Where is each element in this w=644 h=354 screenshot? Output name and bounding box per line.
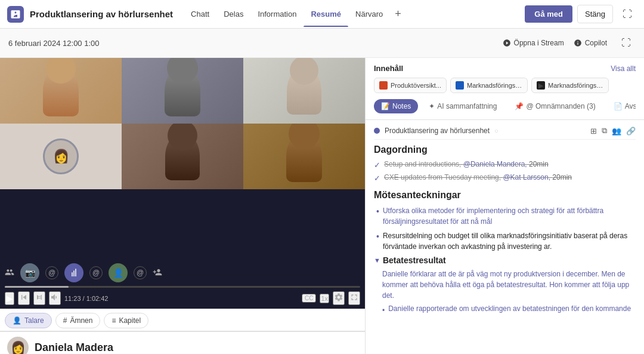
tab-narvaro[interactable]: Närvaro bbox=[348, 1, 390, 27]
right-header: Innehåll Visa allt Produktöversikt... Ma… bbox=[366, 58, 644, 120]
add-participant-icon[interactable] bbox=[153, 267, 162, 279]
main-content: 👩 📷 bbox=[0, 58, 644, 354]
speaker-tabs: 👤 Talare # Ämnen ≡ Kapitel bbox=[0, 309, 365, 331]
hash-icon: # bbox=[63, 316, 67, 325]
settings-button[interactable] bbox=[333, 291, 345, 305]
copilot-label: Copilot bbox=[585, 39, 607, 47]
bullet-dot-1: • bbox=[376, 207, 379, 216]
collapse-arrow-icon: ▼ bbox=[374, 257, 380, 264]
fullscreen-button[interactable] bbox=[348, 291, 360, 305]
at-icon-3[interactable]: @ bbox=[134, 266, 147, 279]
tab-kapitel[interactable]: ≡ Kapitel bbox=[104, 313, 148, 328]
play-button[interactable]: ▶ bbox=[5, 292, 14, 305]
open-stream-button[interactable]: Öppna i Stream bbox=[503, 39, 564, 47]
beta-section: ▼ Betatestresultat Danielle förklarar at… bbox=[374, 256, 636, 315]
participant-avatar-1: 📷 bbox=[20, 263, 39, 282]
captions-button[interactable]: CC bbox=[302, 294, 316, 303]
file-name-2: Marknadsföringsbudget... bbox=[467, 82, 522, 89]
tab-amnen[interactable]: # Ämnen bbox=[55, 313, 101, 328]
file-name-1: Produktöversikt... bbox=[391, 82, 441, 89]
file-card-3[interactable]: ▶ Marknadsföringsdemо... bbox=[531, 78, 609, 93]
tab-resume[interactable]: Resumé bbox=[304, 1, 348, 27]
right-panel: Innehåll Visa allt Produktöversikt... Ma… bbox=[365, 58, 644, 354]
bullet-dot-2: • bbox=[376, 232, 379, 241]
meeting-notes-title: Mötesanteckningar bbox=[374, 190, 636, 201]
file-cards: Produktöversikt... Marknadsföringsbudget… bbox=[374, 78, 636, 93]
file-card-1[interactable]: Produktöversikt... bbox=[374, 78, 447, 93]
add-tab-button[interactable]: + bbox=[390, 3, 406, 25]
note-toolbar-icons: ⊞ ⧉ 👥 🔗 bbox=[590, 126, 636, 136]
volume-button[interactable] bbox=[49, 291, 61, 305]
bottom-speaker-avatar: 👩 bbox=[7, 337, 29, 354]
agenda-mention-1: @Daniela Mandera, bbox=[463, 160, 527, 168]
group-icon[interactable] bbox=[5, 267, 14, 279]
tab-ai-label: AI sammanfattning bbox=[437, 102, 497, 110]
link-icon[interactable]: 🔗 bbox=[626, 127, 636, 136]
agenda-item-1: ✓ Setup and introductions, @Daniela Mand… bbox=[374, 160, 636, 170]
list-icon: ≡ bbox=[112, 316, 116, 325]
agenda-section: Dagordning ✓ Setup and introductions, @D… bbox=[374, 144, 636, 183]
video-grid: 👩 bbox=[0, 58, 365, 261]
notes-bullet-1: • Utforska olika metoder för implementer… bbox=[374, 205, 636, 227]
at-icon-1[interactable]: @ bbox=[45, 266, 58, 279]
expand-icon[interactable]: ⛶ bbox=[618, 5, 637, 24]
agenda-strikethrough-2: CXE updates from Tuesday meeting, @Kat L… bbox=[384, 173, 572, 181]
tab-mentions-label: @ Omnämnanden (3) bbox=[526, 102, 595, 110]
tab-transcript-label: Avskrift bbox=[625, 102, 636, 110]
progress-bar-fill bbox=[5, 286, 69, 288]
open-stream-label: Öppna i Stream bbox=[514, 39, 564, 47]
tab-amnen-label: Ämnen bbox=[70, 316, 92, 325]
progress-bar[interactable] bbox=[5, 286, 360, 288]
tab-talare[interactable]: 👤 Talare bbox=[5, 313, 52, 328]
notes-icon: 📝 bbox=[381, 102, 390, 110]
agenda-text-2: CXE updates from Tuesday meeting, @Kat L… bbox=[384, 173, 572, 181]
tab-chatt[interactable]: Chatt bbox=[184, 1, 216, 27]
agenda-time-1: 20min bbox=[529, 160, 549, 168]
date-bar: 6 februari 2024 12:00 1:00 Öppna i Strea… bbox=[0, 29, 644, 58]
notes-tabs: 📝 Notes ✦ AI sammanfattning 📌 @ Omnämnan… bbox=[374, 99, 636, 113]
rewind-button[interactable] bbox=[18, 291, 30, 305]
beta-section-title: Betatestresultat bbox=[383, 256, 446, 265]
forward-button[interactable] bbox=[33, 291, 45, 305]
note-edit-icon: ○ bbox=[494, 127, 499, 134]
content-label: Innehåll bbox=[374, 64, 403, 73]
file-card-2[interactable]: Marknadsföringsbudget... bbox=[450, 78, 528, 93]
bottom-speaker-name: Daniela Madera bbox=[35, 341, 113, 354]
speed-button[interactable]: 1x bbox=[320, 294, 329, 303]
note-title: Produktlansering av hörlursenhet bbox=[385, 127, 490, 135]
agenda-mention-2: @Kat Larsson, bbox=[503, 173, 550, 181]
beta-bullet-1: • Danielle rapporterade om utvecklingen … bbox=[374, 304, 636, 315]
tab-talare-label: Talare bbox=[24, 316, 44, 325]
nav-tabs: Chatt Delas Information Resumé Närvaro + bbox=[184, 1, 406, 27]
meeting-notes-section: Mötesanteckningar • Utforska olika metod… bbox=[374, 190, 636, 252]
date-actions: Öppna i Stream Copilot ⛶ bbox=[503, 33, 636, 53]
notes-bullet-text-2: Resursitdelning och budget till olika ma… bbox=[383, 230, 636, 252]
tab-mentions[interactable]: 📌 @ Omnämnanden (3) bbox=[507, 99, 602, 113]
video-cell-6 bbox=[243, 124, 365, 189]
note-status-dot bbox=[374, 128, 380, 134]
grid-icon[interactable]: ⊞ bbox=[590, 127, 597, 136]
bottom-speaker: 👩 Daniela Madera bbox=[0, 331, 365, 354]
agenda-strikethrough-1: Setup and introductions, @Daniela Mander… bbox=[384, 160, 549, 168]
join-button[interactable]: Gå med bbox=[525, 5, 572, 23]
tab-ai-summary[interactable]: ✦ AI sammanfattning bbox=[422, 99, 504, 113]
date-bar-expand-icon[interactable]: ⛶ bbox=[617, 33, 636, 53]
participant-avatar-3: 👤 bbox=[109, 263, 128, 282]
people-icon[interactable]: 👥 bbox=[612, 127, 621, 136]
tab-delas[interactable]: Delas bbox=[216, 1, 250, 27]
tab-notes[interactable]: 📝 Notes bbox=[374, 99, 418, 113]
at-icon-2[interactable]: @ bbox=[89, 266, 103, 279]
view-all-button[interactable]: Visa allt bbox=[611, 64, 636, 73]
doc-icon bbox=[456, 81, 464, 90]
close-button[interactable]: Stäng bbox=[577, 5, 613, 23]
beta-section-header[interactable]: ▼ Betatestresultat bbox=[374, 256, 636, 265]
file-name-3: Marknadsföringsdemо... bbox=[548, 82, 603, 89]
left-panel: 👩 📷 bbox=[0, 58, 365, 354]
tab-transcript[interactable]: 📄 Avskrift bbox=[606, 99, 636, 113]
tab-information[interactable]: Information bbox=[250, 1, 304, 27]
video-cell-1 bbox=[0, 58, 122, 124]
notes-bullet-2: • Resursitdelning och budget till olika … bbox=[374, 230, 636, 252]
copy-icon[interactable]: ⧉ bbox=[602, 126, 607, 136]
copilot-button[interactable]: Copilot bbox=[574, 39, 607, 47]
progress-bar-area[interactable] bbox=[5, 286, 360, 288]
